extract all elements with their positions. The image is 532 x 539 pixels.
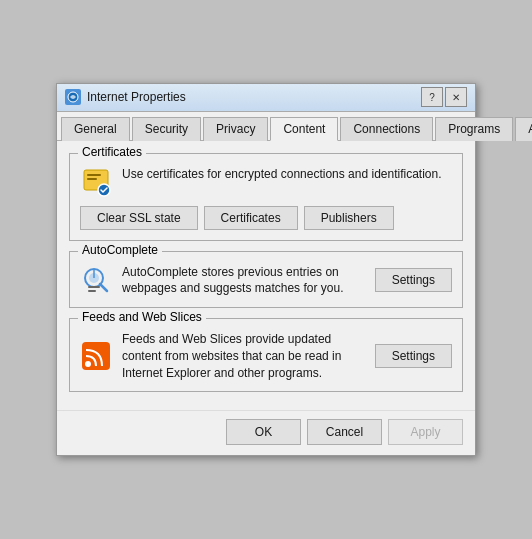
window-title: Internet Properties	[87, 90, 421, 104]
feeds-icon	[80, 340, 112, 372]
feeds-row: Feeds and Web Slices provide updated con…	[80, 331, 452, 381]
autocomplete-settings-button[interactable]: Settings	[375, 268, 452, 292]
certificates-section: Certificates Use certificates for encryp…	[69, 153, 463, 241]
autocomplete-section: AutoComplete AutoComplete stores previou…	[69, 251, 463, 309]
help-button[interactable]: ?	[421, 87, 443, 107]
close-button[interactable]: ✕	[445, 87, 467, 107]
tab-content[interactable]: Content	[270, 117, 338, 141]
certificates-buttons: Clear SSL state Certificates Publishers	[80, 206, 452, 230]
app-icon	[65, 89, 81, 105]
feeds-section: Feeds and Web Slices Feeds and Web Slice…	[69, 318, 463, 392]
title-bar: Internet Properties ? ✕	[57, 84, 475, 112]
publishers-button[interactable]: Publishers	[304, 206, 394, 230]
window-controls: ? ✕	[421, 87, 467, 107]
svg-rect-2	[87, 174, 101, 176]
svg-rect-9	[88, 290, 96, 292]
tab-security[interactable]: Security	[132, 117, 201, 141]
clear-ssl-state-button[interactable]: Clear SSL state	[80, 206, 198, 230]
feeds-description: Feeds and Web Slices provide updated con…	[122, 331, 365, 381]
autocomplete-icon	[80, 264, 112, 296]
certificates-title: Certificates	[78, 145, 146, 159]
tab-bar: General Security Privacy Content Connect…	[57, 112, 475, 141]
feeds-settings-button[interactable]: Settings	[375, 344, 452, 368]
autocomplete-row: AutoComplete stores previous entries on …	[80, 264, 452, 298]
tab-privacy[interactable]: Privacy	[203, 117, 268, 141]
certificates-button[interactable]: Certificates	[204, 206, 298, 230]
certificates-description: Use certificates for encrypted connectio…	[122, 166, 452, 183]
svg-line-7	[100, 284, 107, 291]
certificate-icon	[80, 166, 112, 198]
svg-point-11	[85, 361, 91, 367]
internet-properties-window: Internet Properties ? ✕ General Security…	[56, 83, 476, 457]
autocomplete-title: AutoComplete	[78, 243, 162, 257]
bottom-bar: OK Cancel Apply	[57, 410, 475, 455]
tab-connections[interactable]: Connections	[340, 117, 433, 141]
svg-rect-8	[88, 286, 100, 288]
cancel-button[interactable]: Cancel	[307, 419, 382, 445]
apply-button: Apply	[388, 419, 463, 445]
svg-rect-3	[87, 178, 97, 180]
tab-general[interactable]: General	[61, 117, 130, 141]
tab-advanced[interactable]: Advanced	[515, 117, 532, 141]
tab-programs[interactable]: Programs	[435, 117, 513, 141]
tab-content-panel: Certificates Use certificates for encryp…	[57, 141, 475, 411]
ok-button[interactable]: OK	[226, 419, 301, 445]
autocomplete-description: AutoComplete stores previous entries on …	[122, 264, 365, 298]
certificates-row: Use certificates for encrypted connectio…	[80, 166, 452, 198]
feeds-title: Feeds and Web Slices	[78, 310, 206, 324]
